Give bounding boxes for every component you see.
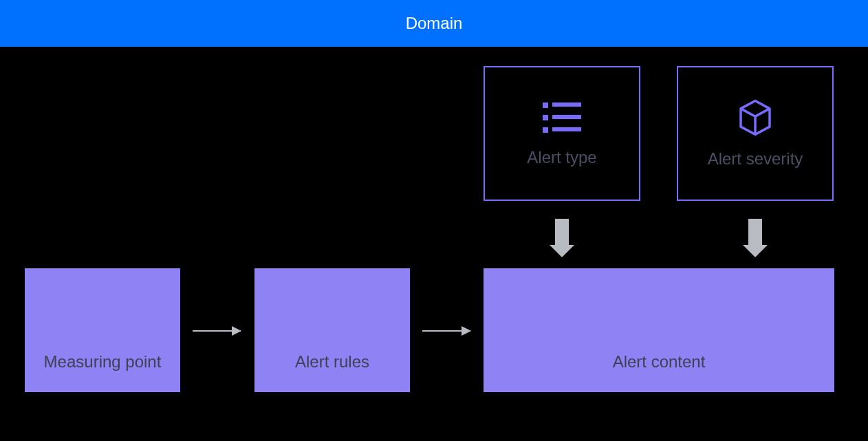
arrow-down-to-content-2 bbox=[748, 219, 762, 246]
arrow-down-to-content-1 bbox=[555, 219, 569, 246]
arrow-rules-to-content bbox=[422, 330, 470, 332]
cube-icon bbox=[736, 98, 774, 137]
list-icon bbox=[540, 100, 584, 136]
alert-type-label: Alert type bbox=[527, 148, 596, 167]
svg-rect-0 bbox=[543, 103, 548, 108]
svg-rect-1 bbox=[552, 103, 581, 107]
domain-header: Domain bbox=[0, 0, 868, 47]
measuring-point-label: Measuring point bbox=[44, 352, 162, 372]
alert-rules-box: Alert rules bbox=[254, 268, 410, 392]
svg-rect-5 bbox=[552, 127, 581, 131]
alert-severity-label: Alert severity bbox=[708, 149, 803, 169]
alert-content-label: Alert content bbox=[613, 352, 706, 372]
svg-rect-2 bbox=[543, 115, 548, 120]
alert-severity-box: Alert severity bbox=[677, 66, 834, 201]
alert-type-box: Alert type bbox=[484, 66, 640, 201]
diagram-canvas: Alert type Alert severity Measuring poin… bbox=[0, 47, 868, 440]
arrow-measuring-to-rules bbox=[193, 330, 241, 332]
alert-content-box: Alert content bbox=[484, 268, 834, 392]
measuring-point-box: Measuring point bbox=[25, 268, 180, 392]
svg-rect-4 bbox=[543, 127, 548, 133]
svg-rect-3 bbox=[552, 115, 581, 119]
domain-title: Domain bbox=[406, 14, 463, 32]
alert-rules-label: Alert rules bbox=[295, 352, 369, 372]
